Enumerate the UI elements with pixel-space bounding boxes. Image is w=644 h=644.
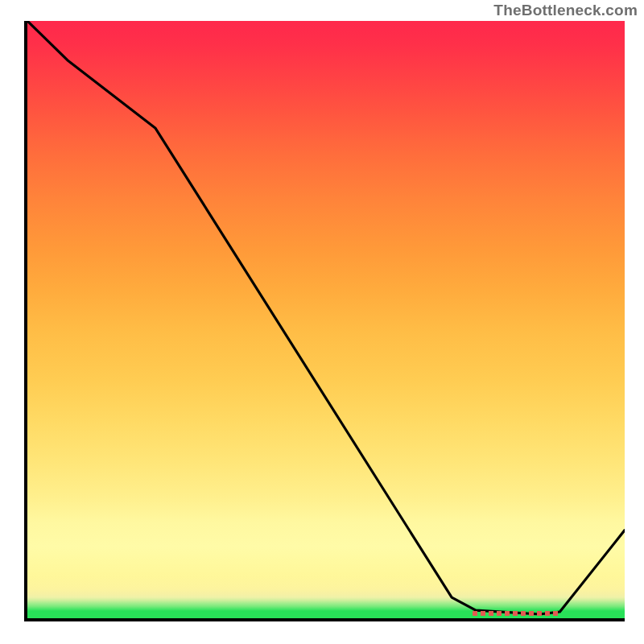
plot-area [24, 21, 625, 621]
attribution-text: TheBottleneck.com [493, 2, 638, 19]
curve-path [27, 21, 625, 614]
curve-svg [27, 21, 625, 618]
minimum-band-marker [473, 611, 561, 616]
